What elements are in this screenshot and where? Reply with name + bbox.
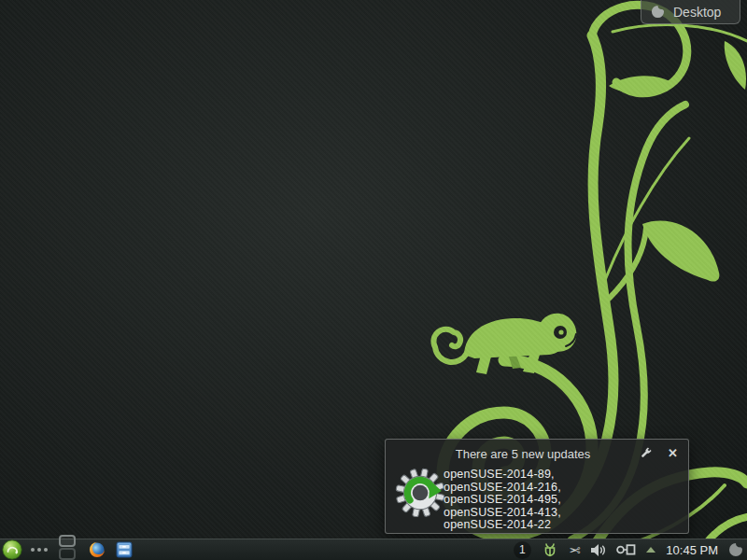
plasma-cashew-icon bbox=[651, 5, 665, 19]
desktop-toolbox-label: Desktop bbox=[673, 5, 721, 20]
bottom-panel: 1 ✂ 10:45 PM bbox=[0, 539, 747, 560]
virtual-desktop-pager[interactable] bbox=[58, 539, 77, 560]
file-manager-icon[interactable] bbox=[116, 541, 133, 558]
update-item: openSUSE-2014-495, bbox=[444, 494, 561, 507]
close-icon[interactable]: ✕ bbox=[666, 446, 680, 460]
update-item: openSUSE-2014-216, bbox=[444, 482, 561, 495]
pager-desktop-1[interactable] bbox=[59, 535, 76, 547]
pager-desktop-2[interactable] bbox=[59, 548, 76, 560]
opensuse-geeko-icon[interactable] bbox=[2, 539, 22, 560]
configure-wrench-icon[interactable] bbox=[639, 446, 653, 460]
update-item: openSUSE-2014-413, bbox=[444, 507, 561, 520]
update-item: openSUSE-2014-89, bbox=[444, 469, 561, 482]
volume-icon[interactable] bbox=[590, 543, 606, 557]
notification-title: There are 5 new updates bbox=[414, 447, 632, 461]
update-item: openSUSE-2014-22 bbox=[444, 519, 561, 532]
update-notification-popup: There are 5 new updates ✕ bbox=[385, 439, 689, 534]
updates-bug-icon[interactable] bbox=[542, 541, 558, 558]
plasma-cashew-icon[interactable] bbox=[728, 542, 743, 557]
device-notifier-icon[interactable] bbox=[616, 543, 636, 556]
firefox-icon[interactable] bbox=[89, 541, 106, 558]
tray-hidden-items-count[interactable]: 1 bbox=[514, 541, 531, 559]
app-menu-dots-icon[interactable] bbox=[31, 548, 48, 552]
software-update-gear-icon bbox=[395, 467, 445, 517]
klipper-scissors-icon[interactable]: ✂ bbox=[569, 543, 581, 557]
update-list: openSUSE-2014-89, openSUSE-2014-216, ope… bbox=[444, 469, 561, 532]
panel-clock[interactable]: 10:45 PM bbox=[666, 543, 718, 557]
tray-expander-arrow-icon[interactable] bbox=[646, 547, 655, 553]
desktop-toolbox-button[interactable]: Desktop bbox=[641, 0, 740, 24]
